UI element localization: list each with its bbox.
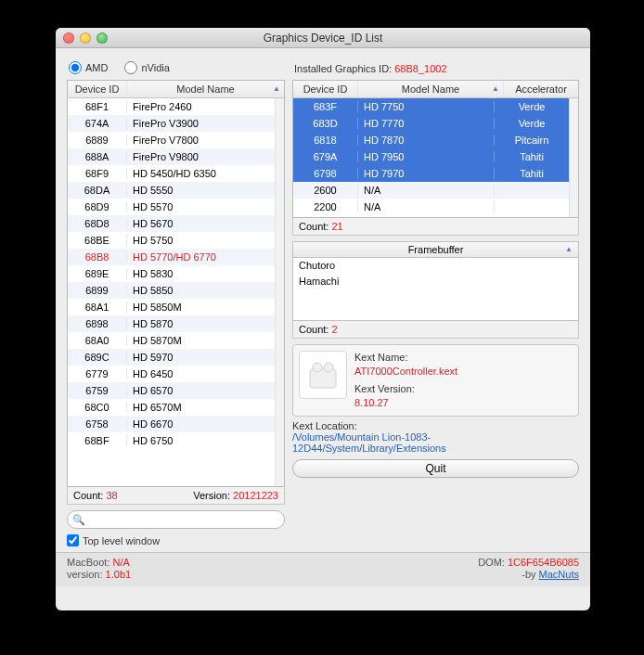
app-window: Graphics Device_ID List AMD nVidia Devic… — [56, 28, 590, 610]
svg-rect-0 — [310, 369, 336, 388]
table-row[interactable]: 688AFirePro V9800 — [68, 148, 275, 165]
radio-nvidia[interactable]: nVidia — [124, 61, 169, 74]
devices-count: 38 — [106, 490, 117, 501]
table-row[interactable]: 6779HD 6450 — [68, 366, 275, 382]
table-row[interactable]: 68DAHD 5550 — [68, 182, 275, 199]
framebuffer-header[interactable]: Framebuffer▲ — [292, 241, 579, 258]
kext-version-label: Kext Version: — [354, 382, 457, 396]
col-model-name[interactable]: Model Name▲ — [127, 81, 284, 97]
kext-location-label: Kext Location: — [292, 420, 579, 431]
scrollbar[interactable] — [569, 98, 578, 217]
accelerator-table: Device ID Model Name▲ Accelerator 683FHD… — [292, 80, 579, 218]
footer-macboot: N/A — [113, 557, 130, 568]
table-row[interactable]: 6798HD 7970Tahiti — [293, 165, 569, 182]
close-button[interactable] — [63, 32, 74, 44]
table-row[interactable]: 68D8HD 5670 — [68, 215, 275, 232]
accelerator-table-body[interactable]: 683FHD 7750Verde683DHD 7770Verde6818HD 7… — [293, 98, 569, 217]
table-row[interactable]: 68BEHD 5750 — [68, 232, 275, 249]
devices-countbar: Count: 38 Version: 20121223 — [67, 487, 285, 505]
search-icon: 🔍 — [72, 514, 85, 526]
framebuffer-list[interactable]: ChutoroHamachi — [292, 258, 579, 321]
kext-version: 8.10.27 — [354, 396, 457, 410]
kext-name-label: Kext Name: — [354, 351, 457, 365]
table-row[interactable]: 689EHD 5830 — [68, 265, 275, 282]
list-item[interactable]: Chutoro — [293, 258, 578, 274]
radio-amd[interactable]: AMD — [69, 61, 108, 74]
svg-point-1 — [313, 363, 322, 372]
table-row[interactable]: 2200N/A — [293, 199, 569, 215]
window-title: Graphics Device_ID List — [56, 32, 590, 45]
col-device-id-r[interactable]: Device ID — [293, 81, 358, 97]
radio-nvidia-label: nVidia — [141, 62, 169, 73]
table-row[interactable]: 68A1HD 5850M — [68, 299, 275, 315]
table-row[interactable]: 68C0HD 6570M — [68, 399, 275, 416]
table-row[interactable]: 6758HD 6670 — [68, 416, 275, 432]
installed-graphics: Installed Graphics ID: 68B8_1002 — [294, 63, 579, 74]
table-row[interactable]: 68F1FirePro 2460 — [68, 98, 275, 115]
table-row[interactable]: 68A0HD 5870M — [68, 332, 275, 349]
sort-asc-icon: ▲ — [492, 84, 499, 93]
table-row[interactable]: 6899HD 5850 — [68, 282, 275, 299]
kext-icon — [299, 351, 347, 399]
table-row[interactable]: 2600N/A — [293, 182, 569, 199]
sort-asc-icon: ▲ — [273, 84, 280, 93]
list-item[interactable]: Hamachi — [293, 274, 578, 289]
col-model-name-r[interactable]: Model Name▲ — [358, 81, 504, 97]
framebuffer-count: 2 — [331, 324, 337, 335]
footer-dom: 1C6F654B6085 — [508, 557, 579, 568]
kext-location: /Volumes/Mountain Lion-1083-12D44/System… — [292, 431, 579, 454]
top-level-checkbox[interactable]: Top level window — [67, 534, 285, 546]
col-accelerator[interactable]: Accelerator — [504, 81, 578, 97]
table-row[interactable]: 6818HD 7870Pitcairn — [293, 132, 569, 148]
table-row[interactable]: 679AHD 7950Tahiti — [293, 148, 569, 165]
table-row[interactable]: 6889FirePro V7800 — [68, 132, 275, 148]
minimize-button[interactable] — [80, 32, 91, 44]
svg-point-2 — [324, 363, 333, 372]
table-row[interactable]: 68D9HD 5570 — [68, 199, 275, 215]
zoom-button[interactable] — [97, 32, 108, 44]
installed-graphics-value: 68B8_1002 — [394, 63, 446, 74]
titlebar: Graphics Device_ID List — [56, 28, 590, 48]
devices-table: Device ID Model Name▲ 68F1FirePro 246067… — [67, 80, 285, 487]
scrollbar[interactable] — [275, 98, 284, 486]
radio-amd-label: AMD — [85, 62, 108, 73]
table-row[interactable]: 683FHD 7750Verde — [293, 98, 569, 115]
table-row[interactable]: 68B8HD 5770/HD 6770 — [68, 249, 275, 265]
table-row[interactable]: 683DHD 7770Verde — [293, 115, 569, 132]
col-device-id[interactable]: Device ID — [68, 81, 127, 97]
table-row[interactable]: 689CHD 5970 — [68, 349, 275, 366]
accelerator-countbar: Count: 21 — [292, 218, 579, 236]
devices-version: 20121223 — [233, 490, 278, 501]
framebuffer-countbar: Count: 2 — [292, 321, 579, 339]
devices-table-body[interactable]: 68F1FirePro 2460674AFirePro V39006889Fir… — [68, 98, 275, 486]
table-row[interactable]: 6759HD 6570 — [68, 382, 275, 399]
footer-author-link[interactable]: MacNuts — [539, 569, 579, 580]
table-row[interactable]: 674AFirePro V3900 — [68, 115, 275, 132]
table-row[interactable]: 6898HD 5870 — [68, 315, 275, 332]
kext-name: ATI7000Controller.kext — [354, 365, 457, 379]
quit-button[interactable]: Quit — [292, 459, 579, 478]
top-level-label: Top level window — [83, 535, 160, 546]
sort-asc-icon: ▲ — [565, 245, 573, 253]
table-row[interactable]: 68BFHD 6750 — [68, 432, 275, 449]
table-row[interactable]: 68F9HD 5450/HD 6350 — [68, 165, 275, 182]
footer: MacBoot: N/A version: 1.0b1 DOM: 1C6F654… — [56, 552, 590, 586]
footer-version: 1.0b1 — [106, 569, 132, 580]
search-input[interactable] — [67, 510, 285, 529]
accelerator-count: 21 — [331, 221, 342, 232]
kext-box: Kext Name: ATI7000Controller.kext Kext V… — [292, 344, 579, 417]
